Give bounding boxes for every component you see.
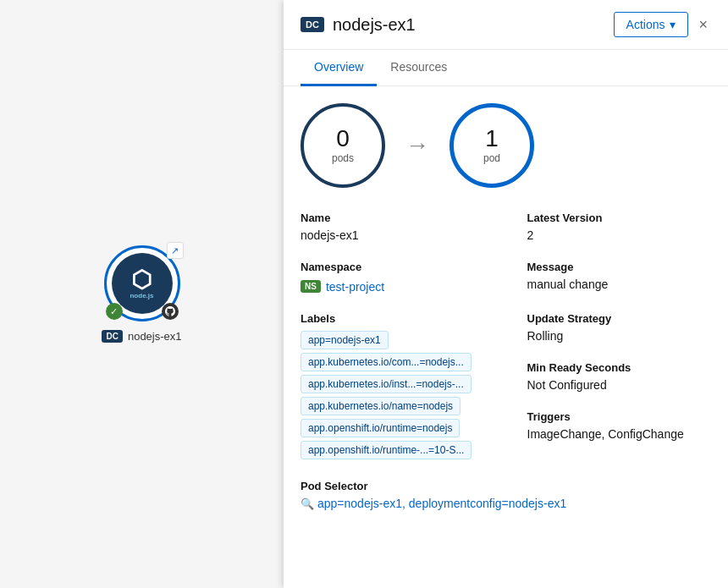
update-strategy-value: Rolling — [527, 329, 695, 343]
labels-strategy-row: Labels app=nodejs-ex1 app.kubernetes.io/… — [301, 312, 711, 480]
min-ready-seconds-value: Not Configured — [527, 378, 695, 392]
drawer-content: 0 pods → 1 pod Name nodejs-ex1 Latest Ve… — [284, 86, 728, 588]
pods-arrow-icon: → — [405, 132, 429, 159]
node-logo-text: node.js — [130, 292, 153, 299]
pod-selector-section: Pod Selector 🔍 app=nodejs-ex1, deploymen… — [301, 480, 711, 510]
label-chip-1[interactable]: app.kubernetes.io/com...=nodejs... — [301, 353, 472, 371]
drawer-dc-badge: DC — [301, 17, 324, 32]
namespace-badge: NS test-project — [301, 280, 384, 294]
label-chip-3[interactable]: app.kubernetes.io/name=nodejs — [301, 397, 461, 415]
update-strategy-label: Update Strategy — [527, 312, 695, 325]
latest-version-section: Latest Version 2 — [519, 212, 712, 242]
dc-type-badge: DC — [102, 330, 122, 343]
triggers-section: Triggers ImageChange, ConfigChange — [527, 410, 712, 441]
tab-bar: Overview Resources — [284, 50, 728, 86]
current-pod-label: pods — [332, 152, 354, 164]
latest-version-value: 2 — [527, 228, 712, 242]
drawer-header: DC nodejs-ex1 Actions ▾ × — [284, 0, 728, 50]
status-check-badge: ✓ — [106, 303, 123, 320]
github-badge[interactable] — [162, 303, 179, 320]
chevron-down-icon: ▾ — [670, 18, 676, 31]
latest-version-label: Latest Version — [527, 212, 712, 224]
actions-label: Actions — [626, 18, 665, 31]
update-strategy-section: Update Strategy Rolling — [527, 312, 712, 343]
topology-panel: ⬡ node.js ↗ ✓ DC nodejs-ex1 — [0, 0, 284, 588]
target-pod-count: 1 — [485, 127, 499, 151]
name-label: Name — [301, 212, 477, 224]
ns-icon: NS — [301, 280, 321, 293]
tab-resources[interactable]: Resources — [377, 50, 461, 86]
topology-node[interactable]: ⬡ node.js ↗ ✓ DC nodejs-ex1 — [102, 245, 181, 343]
detail-drawer: DC nodejs-ex1 Actions ▾ × Overview Resou… — [284, 0, 728, 588]
name-value: nodejs-ex1 — [301, 228, 477, 242]
message-label: Message — [527, 261, 712, 273]
right-info-column: Update Strategy Rolling Min Ready Second… — [519, 312, 712, 480]
namespace-label: Namespace — [301, 261, 477, 273]
namespace-message-row: Namespace NS test-project Message manual… — [301, 261, 711, 312]
external-link-badge[interactable]: ↗ — [167, 242, 184, 259]
pod-selector-link[interactable]: 🔍 app=nodejs-ex1, deploymentconfig=nodej… — [301, 497, 711, 510]
current-pods-circle: 0 pods — [301, 103, 385, 188]
pod-selector-label: Pod Selector — [301, 480, 711, 492]
close-button[interactable]: × — [695, 13, 711, 37]
header-actions: Actions ▾ × — [614, 12, 711, 37]
drawer-resource-name: nodejs-ex1 — [333, 15, 416, 35]
label-chip-4[interactable]: app.openshift.io/runtime=nodejs — [301, 419, 460, 437]
labels-chips: app=nodejs-ex1 app.kubernetes.io/com...=… — [301, 329, 477, 461]
namespace-section: Namespace NS test-project — [301, 261, 494, 294]
min-ready-seconds-label: Min Ready Seconds — [527, 361, 695, 374]
pod-selector-search-icon: 🔍 — [301, 497, 314, 510]
labels-label: Labels — [301, 312, 477, 325]
label-chip-5[interactable]: app.openshift.io/runtime-...=10-S... — [301, 441, 472, 459]
triggers-value: ImageChange, ConfigChange — [527, 427, 695, 441]
name-section: Name nodejs-ex1 — [301, 212, 494, 242]
actions-button[interactable]: Actions ▾ — [614, 12, 689, 37]
label-chip-2[interactable]: app.kubernetes.io/inst...=nodejs-... — [301, 375, 472, 393]
triggers-label: Triggers — [527, 410, 695, 423]
node-label-row: DC nodejs-ex1 — [102, 330, 181, 343]
pod-counts-section: 0 pods → 1 pod — [301, 103, 711, 188]
target-pods-circle: 1 pod — [449, 103, 534, 188]
min-ready-seconds-section: Min Ready Seconds Not Configured — [527, 361, 712, 392]
message-section: Message manual change — [519, 261, 712, 294]
namespace-link[interactable]: test-project — [326, 280, 384, 294]
node-logo-icon: ⬡ — [130, 268, 153, 292]
pod-selector-value: app=nodejs-ex1, deploymentconfig=nodejs-… — [317, 497, 566, 510]
drawer-title: DC nodejs-ex1 — [301, 15, 416, 35]
target-pod-label: pod — [483, 152, 500, 164]
name-version-row: Name nodejs-ex1 Latest Version 2 — [301, 212, 711, 261]
current-pod-count: 0 — [336, 127, 350, 151]
node-name-label: nodejs-ex1 — [128, 330, 182, 343]
label-chip-0[interactable]: app=nodejs-ex1 — [301, 331, 389, 349]
message-value: manual change — [527, 278, 712, 291]
labels-section: Labels app=nodejs-ex1 app.kubernetes.io/… — [301, 312, 494, 461]
tab-overview[interactable]: Overview — [301, 50, 377, 86]
